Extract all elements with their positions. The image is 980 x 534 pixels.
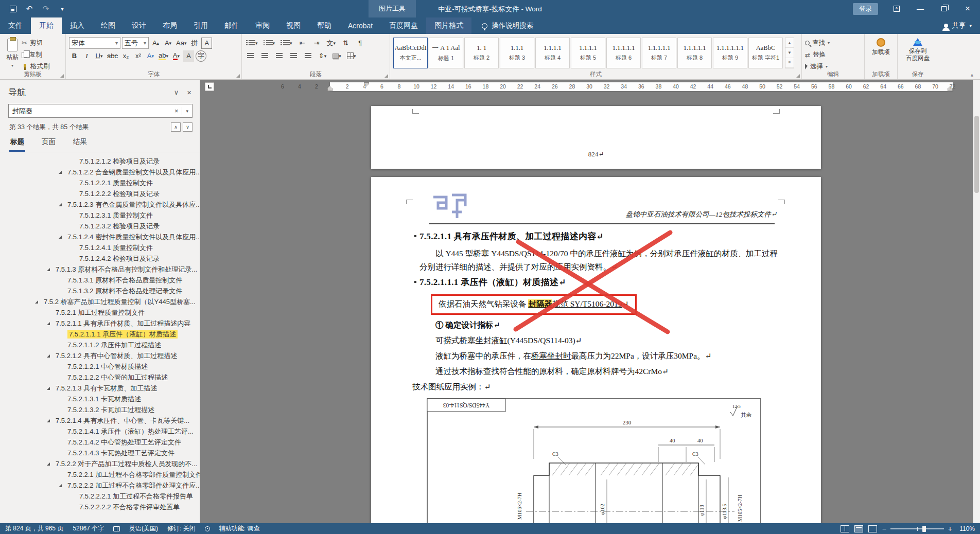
nav-heading-item[interactable]: 7.5.1.2.3 有色金属质量控制文件以及具体应...	[0, 199, 200, 210]
text-effects-button[interactable]: A▾	[145, 50, 156, 62]
align-left-button[interactable]	[245, 50, 256, 62]
nav-heading-item[interactable]: 7.5.1.2.2.1 质量控制文件	[0, 177, 200, 188]
scrollbar-thumb[interactable]	[974, 116, 979, 193]
proofing-icon[interactable]	[113, 526, 120, 531]
show-marks-button[interactable]: ¶	[355, 38, 365, 49]
cut-button[interactable]: ✂剪切	[22, 38, 50, 48]
tab-布局[interactable]: 布局	[154, 17, 185, 34]
qat-customize-icon[interactable]: ▾	[55, 2, 70, 16]
close-icon[interactable]: ×	[957, 1, 978, 16]
font-size-combo[interactable]: 五号▾	[122, 37, 149, 49]
tab-视图[interactable]: 视图	[278, 17, 309, 34]
distribute-button[interactable]	[303, 50, 313, 62]
underline-button[interactable]: U▾	[94, 50, 104, 62]
align-center-button[interactable]	[259, 50, 270, 62]
expand-triangle-icon[interactable]	[35, 300, 38, 304]
login-button[interactable]: 登录	[853, 3, 878, 15]
tab-绘图[interactable]: 绘图	[93, 17, 124, 34]
document-page-current[interactable]: 盘锦中亚石油技术有限公司—12包技术投标文件↵ 7.5.2.1.1 具有承压件材…	[371, 177, 821, 523]
style-标题 7[interactable]: 1.1.1.1.1标题 7	[642, 38, 676, 68]
nav-heading-item[interactable]: 7.5.2.1.1 具有承压件材质、加工过程描述内容	[0, 318, 200, 329]
zoom-level[interactable]: 110%	[957, 525, 975, 532]
style-标题 1[interactable]: 一 A 1 Aal标题 1	[429, 38, 463, 68]
nav-heading-item[interactable]: 7.5.2.1.2 具有中心管材质、加工过程描述	[0, 350, 200, 361]
bullets-button[interactable]: ▾	[245, 38, 259, 49]
clipboard-dialog-launcher-icon[interactable]	[60, 74, 64, 78]
navigation-search-input[interactable]	[12, 107, 171, 115]
expand-triangle-icon[interactable]	[59, 236, 62, 239]
read-mode-button[interactable]	[841, 525, 849, 532]
context-tab-picture-tools[interactable]: 图片工具	[369, 0, 416, 17]
expand-triangle-icon[interactable]	[59, 171, 62, 174]
paragraph-dialog-launcher-icon[interactable]	[384, 74, 388, 78]
ribbon-display-options-icon[interactable]	[886, 1, 907, 16]
document-page-previous[interactable]: 824↵	[371, 106, 821, 169]
style-本文正...[interactable]: AaBbCcDdI本文正...	[393, 38, 428, 68]
expand-triangle-icon[interactable]	[47, 419, 50, 422]
ruler[interactable]: 6422468101214161820222426283032343638404…	[200, 80, 980, 94]
nav-heading-item[interactable]: 7.5.1.3.1 原材料不合格品质量控制文件	[0, 275, 200, 286]
zoom-slider[interactable]	[890, 528, 944, 529]
sort-button[interactable]: ⇅	[340, 38, 351, 49]
nav-heading-item[interactable]: 7.5.2.1.2.1 中心管材质描述	[0, 361, 200, 372]
justify-button[interactable]	[288, 50, 299, 62]
web-layout-button[interactable]	[868, 525, 877, 532]
tab-文件[interactable]: 文件	[0, 17, 31, 34]
restore-icon[interactable]	[934, 1, 954, 16]
tab-帮助[interactable]: 帮助	[309, 17, 340, 34]
nav-heading-item[interactable]: 7.5.2.1.2.2 中心管的加工过程描述	[0, 372, 200, 383]
style-标题 9[interactable]: 1.1.1.1.1.1标题 9	[713, 38, 747, 68]
word-count[interactable]: 52867 个字	[73, 524, 104, 533]
phonetic-guide-button[interactable]: 拼	[189, 38, 200, 49]
tab-设计[interactable]: 设计	[124, 17, 154, 34]
style-标题 6[interactable]: 1.1.1.1.1标题 6	[606, 38, 641, 68]
nav-heading-item[interactable]: 7.5.2.2.2.2 不合格零件评审处置单	[0, 502, 200, 512]
font-name-combo[interactable]: 宋体▾	[69, 37, 120, 49]
nav-heading-item[interactable]: 7.5.2.1.3.1 卡瓦材质描述	[0, 394, 200, 404]
nav-heading-item[interactable]: 7.5.2.1.3.2 卡瓦加工过程描述	[0, 404, 200, 415]
nav-heading-item[interactable]: 7.5.1.3.2 原材料不合格品处理记录文件	[0, 286, 200, 296]
nav-heading-item[interactable]: 7.5.1.2.2 合金钢质量控制文件以及具体应用...	[0, 167, 200, 177]
expand-triangle-icon[interactable]	[47, 354, 50, 358]
style-标题 3[interactable]: 1.1.1标题 3	[500, 38, 534, 68]
nav-heading-item[interactable]: 7.5.1.3 原材料不合格品有控制文件和处理记录...	[0, 264, 200, 275]
style-标题 4[interactable]: 1.1.1.1标题 4	[535, 38, 570, 68]
expand-triangle-icon[interactable]	[47, 387, 50, 390]
styles-gallery-more-icon[interactable]: ≡	[785, 58, 794, 68]
change-case-button[interactable]: Aa▾	[175, 38, 187, 49]
italic-button[interactable]: I	[81, 50, 92, 62]
tell-me-search[interactable]: 操作说明搜索	[482, 17, 533, 34]
tab-selector[interactable]	[205, 82, 214, 91]
tab-Acrobat[interactable]: Acrobat	[340, 17, 381, 34]
navigation-pane-close-icon[interactable]: ×	[187, 88, 191, 97]
find-button[interactable]: 查找▾	[805, 38, 861, 48]
line-spacing-button[interactable]: ⇕▾	[317, 50, 328, 62]
share-button[interactable]: 共享 ▾	[944, 17, 972, 34]
nav-heading-item[interactable]: 7.5.1.2.3.2 检验项目及记录	[0, 221, 200, 232]
tab-开始[interactable]: 开始	[31, 17, 62, 34]
save-icon[interactable]	[5, 2, 21, 16]
document-content[interactable]: 7.5.2.1.1 具有承压件材质、加工过程描述内容↵ 以 Y445 型桥塞 Y…	[419, 230, 778, 523]
font-name-dropdown-icon[interactable]: ▾	[115, 40, 118, 46]
nav-heading-item[interactable]: 7.5.1.2.4.2 检验项目及记录	[0, 253, 200, 264]
paste-button[interactable]: 粘贴 ▾	[3, 37, 22, 72]
font-size-dropdown-icon[interactable]: ▾	[144, 40, 146, 46]
tab-百度网盘[interactable]: 百度网盘	[381, 17, 426, 34]
shading-button[interactable]: ▾	[331, 50, 342, 62]
collapse-ribbon-icon[interactable]: ∧	[970, 73, 974, 78]
language-indicator[interactable]: 英语(美国)	[129, 524, 158, 533]
copy-button[interactable]: 复制	[22, 49, 50, 60]
font-color-button[interactable]: A▾	[171, 50, 182, 62]
next-result-icon[interactable]: ∨	[183, 122, 192, 132]
expand-triangle-icon[interactable]	[59, 203, 62, 206]
replace-button[interactable]: ⇄替换	[805, 49, 861, 60]
nav-heading-item[interactable]: 7.5.1.2.3.1 质量控制文件	[0, 210, 200, 221]
nav-heading-item[interactable]: 7.5.2.2 对于产品加工过程中质检人员发现的不...	[0, 458, 200, 469]
nav-heading-item[interactable]: 7.5.2 桥塞产品加工过程质量控制（以Y445型桥塞...	[0, 296, 200, 307]
vertical-scrollbar[interactable]	[973, 80, 980, 523]
tab-图片格式[interactable]: 图片格式	[426, 17, 471, 34]
expand-triangle-icon[interactable]	[59, 484, 62, 487]
redo-icon[interactable]: ↷	[38, 2, 54, 16]
style-标题 5[interactable]: 1.1.1.1标题 5	[571, 38, 605, 68]
multilevel-list-button[interactable]: ▾	[279, 38, 293, 49]
